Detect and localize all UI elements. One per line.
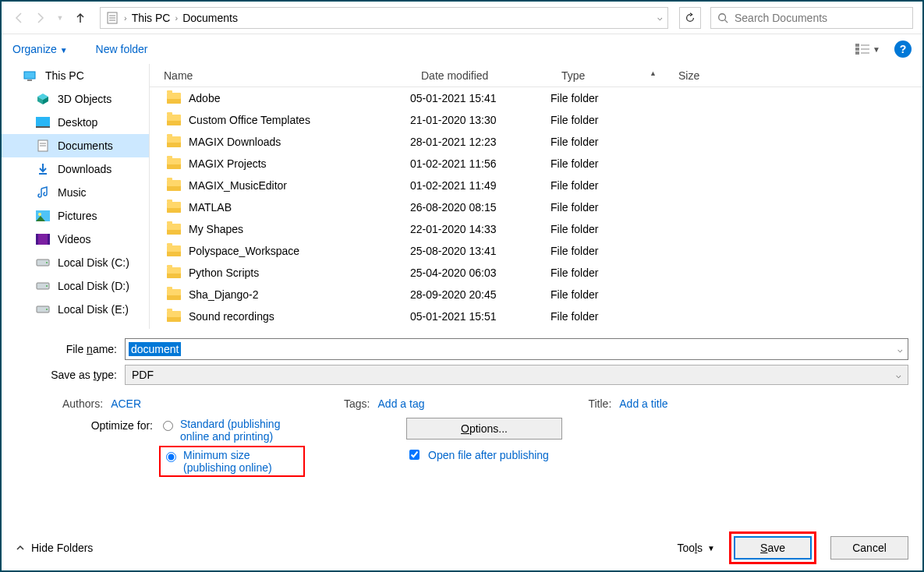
file-list[interactable]: Name Date modified Type▲ Size Adobe05-01… bbox=[150, 64, 922, 329]
chevron-down-icon[interactable]: ⌵ bbox=[897, 344, 903, 355]
svg-rect-13 bbox=[27, 79, 32, 81]
sidebar-item[interactable]: Documents bbox=[2, 134, 149, 157]
organize-menu[interactable]: Organize ▼ bbox=[12, 43, 68, 55]
sort-asc-icon: ▲ bbox=[650, 69, 657, 82]
file-row[interactable]: Python Scripts25-04-2020 06:03File folde… bbox=[150, 262, 922, 284]
new-folder-button[interactable]: New folder bbox=[96, 43, 148, 55]
chevron-up-icon bbox=[16, 543, 25, 553]
file-row[interactable]: Adobe05-01-2021 15:41File folder bbox=[150, 87, 922, 109]
breadcrumb-item[interactable]: Documents bbox=[182, 12, 238, 24]
folder-icon bbox=[167, 93, 181, 104]
recent-dropdown[interactable]: ▼ bbox=[51, 9, 69, 26]
options-button[interactable]: Options... bbox=[406, 418, 562, 440]
file-row[interactable]: Polyspace_Workspace25-08-2020 13:41File … bbox=[150, 240, 922, 262]
toolbar: Organize ▼ New folder ▼ ? bbox=[2, 34, 922, 64]
sidebar-item[interactable]: Videos bbox=[2, 228, 149, 251]
disk-icon bbox=[36, 281, 50, 291]
file-row[interactable]: MATLAB26-08-2020 08:15File folder bbox=[150, 196, 922, 218]
refresh-button[interactable] bbox=[679, 7, 701, 29]
optimize-minimum-radio[interactable]: Minimum size (publishing online) bbox=[159, 446, 305, 477]
svg-rect-12 bbox=[24, 72, 35, 79]
search-input[interactable]: Search Documents bbox=[710, 7, 913, 29]
folder-icon bbox=[167, 224, 181, 235]
forward-button[interactable] bbox=[31, 9, 48, 26]
folder-icon bbox=[167, 158, 181, 169]
up-button[interactable] bbox=[72, 9, 89, 26]
authors-label: Authors: bbox=[62, 397, 103, 410]
hide-folders-button[interactable]: Hide Folders bbox=[16, 542, 93, 554]
column-size[interactable]: Size bbox=[664, 69, 742, 82]
svg-line-5 bbox=[725, 19, 728, 23]
svg-rect-15 bbox=[36, 126, 50, 128]
svg-point-21 bbox=[38, 213, 41, 216]
column-type[interactable]: Type▲ bbox=[547, 69, 664, 82]
svg-rect-14 bbox=[36, 117, 50, 126]
filename-value: document bbox=[129, 342, 181, 356]
sidebar-item[interactable]: Local Disk (C:) bbox=[2, 251, 149, 274]
file-row[interactable]: MAGIX_MusicEditor01-02-2021 11:49File fo… bbox=[150, 175, 922, 196]
save-highlight: Save bbox=[729, 531, 816, 564]
chevron-down-icon[interactable]: ⌵ bbox=[896, 370, 901, 380]
tags-value[interactable]: Add a tag bbox=[378, 397, 425, 410]
doc-icon bbox=[36, 140, 50, 151]
sidebar[interactable]: This PC3D ObjectsDesktopDocumentsDownloa… bbox=[2, 64, 150, 329]
svg-rect-8 bbox=[855, 51, 859, 55]
disk-icon bbox=[36, 304, 50, 315]
chevron-right-icon: › bbox=[175, 13, 178, 23]
doc-icon bbox=[105, 12, 119, 23]
svg-rect-7 bbox=[855, 48, 859, 51]
breadcrumb[interactable]: › This PC › Documents ⌵ bbox=[100, 7, 668, 29]
main-panel: This PC3D ObjectsDesktopDocumentsDownloa… bbox=[2, 64, 922, 329]
pic-icon bbox=[36, 210, 50, 221]
sidebar-item[interactable]: Desktop bbox=[2, 111, 149, 134]
breadcrumb-item[interactable]: This PC bbox=[132, 12, 171, 24]
sidebar-item[interactable]: 3D Objects bbox=[2, 87, 149, 111]
sidebar-item[interactable]: Local Disk (D:) bbox=[2, 274, 149, 298]
navigation-bar: ▼ › This PC › Documents ⌵ Search Documen… bbox=[2, 2, 922, 34]
saveas-label: Save as type: bbox=[16, 369, 125, 381]
sidebar-item[interactable]: Local Disk (E:) bbox=[2, 298, 149, 321]
file-row[interactable]: Sound recordings05-01-2021 15:51File fol… bbox=[150, 305, 922, 327]
svg-point-26 bbox=[46, 262, 48, 263]
view-menu[interactable]: ▼ bbox=[855, 44, 880, 55]
authors-value[interactable]: ACER bbox=[111, 397, 141, 410]
sidebar-item[interactable]: This PC bbox=[2, 64, 149, 87]
file-row[interactable]: My Shapes22-01-2020 14:33File folder bbox=[150, 218, 922, 240]
column-date[interactable]: Date modified bbox=[407, 69, 547, 82]
down-icon bbox=[36, 164, 50, 175]
sidebar-item[interactable]: Music bbox=[2, 181, 149, 204]
help-button[interactable]: ? bbox=[894, 41, 912, 58]
title-value[interactable]: Add a title bbox=[619, 397, 667, 410]
file-row[interactable]: Custom Office Templates21-01-2020 13:30F… bbox=[150, 109, 922, 131]
filename-label: File name: bbox=[16, 343, 125, 355]
sidebar-item[interactable]: Downloads bbox=[2, 157, 149, 181]
tools-menu[interactable]: Tools ▼ bbox=[677, 542, 715, 554]
search-placeholder: Search Documents bbox=[735, 12, 827, 24]
folder-icon bbox=[167, 115, 181, 125]
sidebar-item[interactable]: Pictures bbox=[2, 204, 149, 228]
folder-icon bbox=[167, 245, 181, 256]
vid-icon bbox=[36, 234, 50, 245]
filename-input[interactable]: document ⌵ bbox=[125, 338, 908, 360]
save-form: File name: document ⌵ Save as type: PDF … bbox=[2, 329, 922, 483]
optimize-standard-radio[interactable]: Standard (publishing online and printing… bbox=[159, 418, 305, 443]
svg-rect-24 bbox=[48, 234, 50, 245]
cancel-button[interactable]: Cancel bbox=[830, 536, 908, 560]
saveas-select[interactable]: PDF ⌵ bbox=[125, 365, 908, 385]
svg-rect-6 bbox=[855, 44, 859, 47]
chevron-right-icon: › bbox=[124, 13, 127, 23]
column-name[interactable]: Name bbox=[150, 69, 407, 82]
file-row[interactable]: Sha_Django-228-09-2020 20:45File folder bbox=[150, 284, 922, 305]
open-after-publish-checkbox[interactable]: Open file after publishing bbox=[406, 447, 562, 462]
tags-label: Tags: bbox=[344, 397, 370, 410]
saveas-value: PDF bbox=[132, 369, 154, 381]
file-row[interactable]: MAGIX Downloads28-01-2021 12:23File fold… bbox=[150, 131, 922, 153]
column-headers[interactable]: Name Date modified Type▲ Size bbox=[150, 64, 922, 87]
back-button[interactable] bbox=[11, 9, 28, 26]
svg-point-28 bbox=[46, 285, 48, 287]
file-row[interactable]: MAGIX Projects01-02-2021 11:56File folde… bbox=[150, 153, 922, 175]
svg-point-4 bbox=[719, 13, 726, 20]
cube-icon bbox=[36, 94, 50, 104]
save-button[interactable]: Save bbox=[734, 536, 812, 560]
chevron-down-icon[interactable]: ⌵ bbox=[657, 12, 663, 23]
